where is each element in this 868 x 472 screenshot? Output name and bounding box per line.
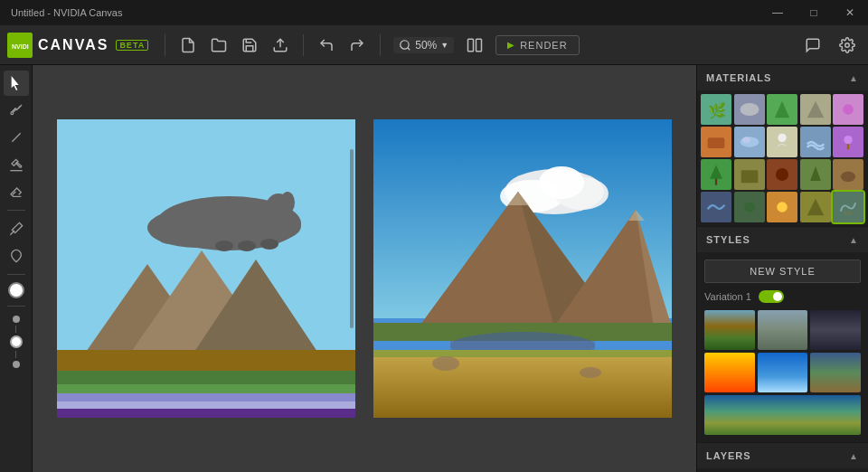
variation-toggle[interactable] <box>759 290 784 303</box>
zoom-control[interactable]: 50% ▼ <box>393 37 454 53</box>
rendered-canvas[interactable] <box>373 119 672 418</box>
style-item-4[interactable] <box>704 353 755 392</box>
line-tool-button[interactable] <box>4 125 29 150</box>
material-item-14[interactable] <box>800 159 831 190</box>
settings-button[interactable] <box>834 32 861 59</box>
styles-content: NEW STYLE Variation 1 <box>697 252 868 442</box>
layers-header[interactable]: LAYERS ▲ <box>697 443 868 468</box>
material-item-1[interactable]: 🌿 <box>701 94 731 125</box>
svg-rect-4 <box>468 39 474 52</box>
tool-divider-3 <box>7 306 25 307</box>
brush-size-line-2 <box>15 351 16 358</box>
style-item-2[interactable] <box>758 310 808 350</box>
style-item-1[interactable] <box>704 310 755 350</box>
styles-chevron-icon: ▲ <box>849 235 859 245</box>
save-file-button[interactable] <box>236 32 263 59</box>
material-item-16[interactable] <box>701 192 731 222</box>
brush-tool-button[interactable] <box>4 98 29 123</box>
material-item-11[interactable] <box>701 159 731 190</box>
svg-line-8 <box>18 105 22 109</box>
material-item-3[interactable] <box>767 94 797 125</box>
styles-grid <box>704 310 861 435</box>
titlebar: Untitled - NVIDIA Canvas — □ ✕ <box>0 0 868 25</box>
toolbar-divider-3 <box>380 34 381 56</box>
canvas-scrollbar[interactable] <box>350 149 354 328</box>
new-file-button[interactable] <box>175 32 202 59</box>
materials-header[interactable]: MATERIALS ▲ <box>697 65 868 90</box>
svg-rect-62 <box>741 170 758 183</box>
svg-point-63 <box>776 168 788 181</box>
svg-point-65 <box>841 172 855 183</box>
svg-rect-5 <box>476 39 482 52</box>
svg-point-14 <box>229 203 265 229</box>
material-item-15[interactable] <box>833 159 863 190</box>
materials-title: MATERIALS <box>706 72 771 83</box>
svg-point-57 <box>778 134 787 142</box>
material-item-9[interactable] <box>800 127 831 157</box>
maximize-button[interactable]: □ <box>796 0 832 25</box>
drawing-canvas[interactable] <box>57 119 355 418</box>
material-item-4[interactable] <box>800 94 831 125</box>
styles-section: STYLES ▲ NEW STYLE Variation 1 <box>697 227 868 443</box>
new-style-button[interactable]: NEW STYLE <box>704 260 861 283</box>
material-item-5[interactable] <box>833 94 863 125</box>
svg-marker-64 <box>810 166 821 181</box>
canvas-area <box>33 65 696 472</box>
smear-tool-button[interactable] <box>4 243 29 269</box>
render-button[interactable]: ▶ RENDER <box>495 35 579 55</box>
material-item-20[interactable] <box>833 192 863 222</box>
tools-panel <box>0 65 33 472</box>
app-title: CANVAS <box>38 37 108 53</box>
material-item-10[interactable] <box>833 127 863 157</box>
material-item-18[interactable] <box>767 192 797 222</box>
material-item-8[interactable] <box>767 127 797 157</box>
svg-point-58 <box>844 136 853 144</box>
svg-rect-45 <box>373 350 672 418</box>
layers-title: LAYERS <box>706 450 751 461</box>
style-item-6[interactable] <box>810 353 861 392</box>
style-item-7[interactable] <box>704 395 861 435</box>
rendered-canvas-panel <box>373 119 672 418</box>
redo-button[interactable] <box>344 32 371 59</box>
material-item-7[interactable] <box>734 127 765 157</box>
svg-point-16 <box>280 192 295 213</box>
material-item-19[interactable] <box>800 192 831 222</box>
style-item-5[interactable] <box>758 353 808 392</box>
brush-size-large[interactable] <box>13 361 20 368</box>
svg-rect-46 <box>373 350 672 357</box>
brush-size-handle[interactable] <box>10 335 23 348</box>
titlebar-text: Untitled - NVIDIA Canvas <box>11 7 123 18</box>
material-item-13[interactable] <box>767 159 797 190</box>
eraser-tool-button[interactable] <box>4 179 29 204</box>
svg-point-48 <box>580 367 601 378</box>
close-button[interactable]: ✕ <box>832 0 868 25</box>
brush-size-small[interactable] <box>13 316 20 323</box>
app-logo: NVIDIA CANVAS BETA <box>7 33 148 58</box>
style-item-3[interactable] <box>810 310 861 350</box>
layers-section: LAYERS ▲ + ADD LAYER 👁 <box>697 443 868 472</box>
svg-line-3 <box>408 47 410 50</box>
nvidia-logo-icon: NVIDIA <box>7 33 33 58</box>
chat-button[interactable] <box>799 32 826 59</box>
eyedropper-tool-button[interactable] <box>4 216 29 241</box>
material-item-17[interactable] <box>734 192 765 222</box>
materials-section: MATERIALS ▲ 🌿 <box>697 65 868 227</box>
materials-grid: 🌿 <box>697 90 868 226</box>
tool-divider-1 <box>7 210 25 211</box>
variation-label: Variation 1 <box>704 291 751 302</box>
window-controls: — □ ✕ <box>760 0 868 25</box>
open-file-button[interactable] <box>205 32 232 59</box>
material-item-12[interactable] <box>734 159 765 190</box>
minimize-button[interactable]: — <box>760 0 796 25</box>
fill-tool-button[interactable] <box>4 152 29 177</box>
material-item-2[interactable] <box>734 94 765 125</box>
material-item-6[interactable] <box>701 127 731 157</box>
styles-header[interactable]: STYLES ▲ <box>697 227 868 252</box>
undo-button[interactable] <box>313 32 340 59</box>
flip-view-button[interactable] <box>461 32 488 59</box>
render-play-icon: ▶ <box>507 40 514 50</box>
styles-title: STYLES <box>706 234 750 245</box>
color-picker[interactable] <box>8 282 24 298</box>
export-button[interactable] <box>267 32 294 59</box>
selection-tool-button[interactable] <box>4 71 29 96</box>
